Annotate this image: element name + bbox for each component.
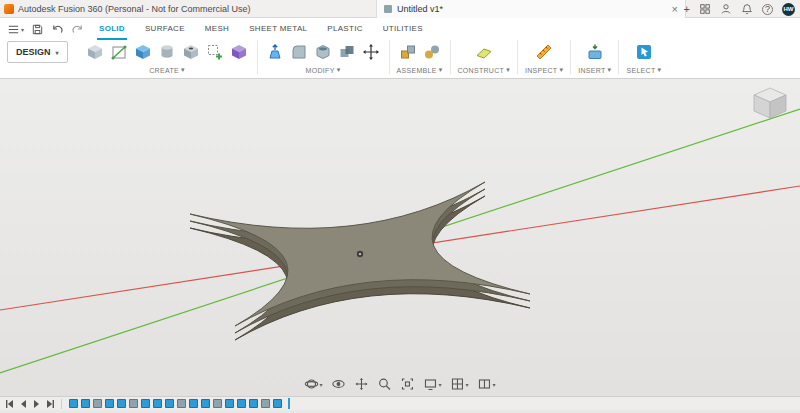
tab-surface[interactable]: SURFACE [143, 18, 187, 40]
select-dropdown[interactable]: SELECT▾ [626, 66, 661, 74]
ribbon-group-select: SELECT▾ [619, 40, 668, 74]
timeline-feature-16[interactable] [249, 399, 258, 408]
account-icon[interactable] [720, 3, 732, 15]
timeline-feature-1[interactable] [69, 399, 78, 408]
navigation-bar: ▾ ▾ ▾ ▾ [304, 377, 495, 391]
ribbon-tab-strip: SOLID SURFACE MESH SHEET METAL PLASTIC U… [97, 18, 425, 40]
ribbon-group-insert: INSERT▾ [571, 40, 619, 74]
assemble-dropdown[interactable]: ASSEMBLE▾ [397, 66, 443, 74]
help-icon[interactable]: ? [762, 4, 773, 15]
origin-point [357, 251, 363, 257]
window-titlebar: Autodesk Fusion 360 (Personal - Not for … [0, 0, 800, 18]
timeline-feature-5[interactable] [117, 399, 126, 408]
document-tab[interactable]: Untitled v1* × [376, 0, 686, 18]
viewports-icon[interactable]: ▾ [478, 377, 496, 391]
insert-icon[interactable] [584, 42, 605, 63]
measure-icon[interactable] [534, 42, 555, 63]
zoom-icon[interactable] [377, 377, 391, 391]
timeline-feature-17[interactable] [261, 399, 270, 408]
tab-mesh[interactable]: MESH [203, 18, 231, 40]
step-back-icon[interactable] [18, 399, 28, 409]
skip-to-start-icon[interactable] [4, 399, 14, 409]
extrude-icon[interactable] [133, 42, 154, 63]
timeline-feature-7[interactable] [141, 399, 150, 408]
ribbon-group-construct: CONSTRUCT▾ [451, 40, 518, 74]
insert-dropdown[interactable]: INSERT▾ [578, 66, 611, 74]
ribbon-group-modify: MODIFY▾ [258, 40, 390, 74]
shuriken-body[interactable] [190, 182, 530, 340]
combine-icon[interactable] [337, 42, 358, 63]
save-icon[interactable] [31, 23, 44, 36]
timeline-playhead[interactable] [288, 398, 290, 409]
timeline-feature-15[interactable] [237, 399, 246, 408]
timeline-feature-10[interactable] [177, 399, 186, 408]
display-settings-icon[interactable]: ▾ [423, 377, 441, 391]
file-menu-icon[interactable]: ▾ [7, 23, 24, 36]
tab-plastic[interactable]: PLASTIC [325, 18, 364, 40]
undo-icon[interactable] [51, 23, 64, 36]
ribbon-group-inspect: INSPECT▾ [518, 40, 571, 74]
derive-icon[interactable] [229, 42, 250, 63]
construct-dropdown[interactable]: CONSTRUCT▾ [458, 66, 510, 74]
document-icon [384, 5, 392, 13]
timeline-feature-3[interactable] [93, 399, 102, 408]
timeline-feature-13[interactable] [213, 399, 222, 408]
main-toolbar: ▾ SOLID SURFACE MESH SHEET METAL PLASTIC… [0, 18, 800, 79]
timeline-feature-9[interactable] [165, 399, 174, 408]
modify-dropdown[interactable]: MODIFY▾ [306, 66, 341, 74]
tab-sheet-metal[interactable]: SHEET METAL [247, 18, 309, 40]
quick-access-bar: ▾ [7, 23, 87, 36]
fillet-icon[interactable] [289, 42, 310, 63]
construction-plane-icon[interactable] [473, 42, 494, 63]
new-tab-button[interactable]: + [684, 4, 690, 15]
ribbon: DESIGN▾ [0, 40, 800, 79]
move-copy-icon[interactable] [361, 42, 382, 63]
shell-icon[interactable] [313, 42, 334, 63]
skip-to-end-icon[interactable] [46, 399, 56, 409]
hole-icon[interactable] [181, 42, 202, 63]
press-pull-icon[interactable] [265, 42, 286, 63]
timeline-features [65, 399, 282, 408]
tab-utilities[interactable]: UTILITIES [381, 18, 425, 40]
timeline-feature-2[interactable] [81, 399, 90, 408]
timeline-feature-18[interactable] [273, 399, 282, 408]
create-sketch-icon[interactable] [109, 42, 130, 63]
workspace-selector[interactable]: DESIGN▾ [7, 41, 68, 63]
document-tab-title: Untitled v1* [397, 4, 443, 14]
fit-icon[interactable] [400, 377, 414, 391]
timeline-feature-14[interactable] [225, 399, 234, 408]
tab-solid[interactable]: SOLID [97, 18, 127, 40]
timeline-bar [0, 396, 800, 410]
joint-icon[interactable] [421, 42, 442, 63]
timeline-feature-6[interactable] [129, 399, 138, 408]
play-icon[interactable] [32, 399, 42, 409]
tab-close-icon[interactable]: × [672, 4, 678, 15]
look-at-icon[interactable] [331, 377, 345, 391]
ribbon-group-create: CREATE▾ [78, 40, 258, 74]
select-icon[interactable] [633, 42, 654, 63]
pan-icon[interactable] [354, 377, 368, 391]
timeline-feature-12[interactable] [201, 399, 210, 408]
grid-display-icon[interactable]: ▾ [451, 377, 469, 391]
create-dropdown[interactable]: CREATE▾ [149, 66, 185, 74]
notifications-bell-icon[interactable] [741, 3, 753, 15]
timeline-feature-8[interactable] [153, 399, 162, 408]
redo-icon[interactable] [71, 23, 84, 36]
pattern-icon[interactable] [205, 42, 226, 63]
window-title: Autodesk Fusion 360 (Personal - Not for … [18, 4, 251, 14]
model-viewport[interactable]: ▾ ▾ ▾ ▾ [0, 79, 800, 396]
orbit-icon[interactable]: ▾ [304, 377, 322, 391]
user-avatar[interactable]: HW [782, 3, 795, 16]
new-component-icon[interactable] [85, 42, 106, 63]
insert-component-icon[interactable] [397, 42, 418, 63]
timeline-playback-controls [4, 399, 62, 409]
timeline-feature-11[interactable] [189, 399, 198, 408]
apps-grid-icon[interactable] [699, 3, 711, 15]
ribbon-group-assemble: ASSEMBLE▾ [390, 40, 451, 74]
inspect-dropdown[interactable]: INSPECT▾ [525, 66, 563, 74]
timeline-feature-4[interactable] [105, 399, 114, 408]
revolve-icon[interactable] [157, 42, 178, 63]
view-cube[interactable] [748, 85, 792, 127]
fusion-app-icon [4, 4, 14, 14]
